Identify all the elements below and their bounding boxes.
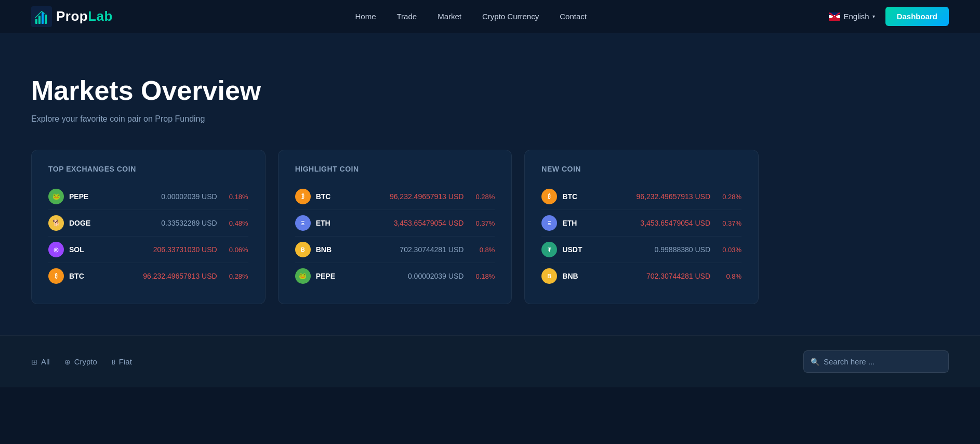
- coin-price-usdt: 0.99888380 USD: [593, 245, 710, 254]
- coin-change-eth: 0.37%: [716, 219, 741, 227]
- coin-change-pepe: 0.18%: [469, 272, 495, 280]
- coin-row-usdt[interactable]: ₮USDT0.99888380 USD0.03%: [541, 237, 741, 263]
- footer-tab-icon-fiat: ₿: [112, 358, 115, 366]
- coin-row-eth[interactable]: ΞETH3,453.65479054 USD0.37%: [541, 210, 741, 237]
- language-selector[interactable]: English ▾: [829, 12, 875, 21]
- coin-row-doge[interactable]: 🐕DOGE0.33532289 USD0.48%: [48, 210, 248, 237]
- svg-rect-3: [42, 12, 44, 24]
- coin-name-btc: BTC: [562, 192, 588, 201]
- coin-name-pepe: PEPE: [316, 272, 342, 280]
- footer-tabs: ⊞All⊕Crypto₿Fiat: [31, 357, 132, 366]
- coin-change-bnb: 0.8%: [716, 272, 741, 280]
- coin-name-pepe: PEPE: [69, 192, 95, 201]
- coin-price-pepe: 0.00002039 USD: [347, 272, 464, 280]
- navbar-right: English ▾ Dashboard: [829, 7, 949, 26]
- coin-row-bnb[interactable]: BBNB702.30744281 USD0.8%: [295, 237, 495, 263]
- card-top-exchanges: Top Exchanges Coin🐸PEPE0.00002039 USD0.1…: [31, 150, 266, 304]
- coin-change-eth: 0.37%: [469, 219, 495, 227]
- nav-trade[interactable]: Trade: [397, 12, 417, 21]
- footer-tab-crypto[interactable]: ⊕Crypto: [64, 357, 97, 366]
- coin-icon-pepe: 🐸: [48, 189, 64, 204]
- hero-section: Markets Overview Explore your favorite c…: [0, 33, 980, 335]
- coin-change-btc: 0.28%: [222, 272, 248, 280]
- coin-icon-sol: ◎: [48, 242, 64, 257]
- coin-change-bnb: 0.8%: [469, 246, 495, 254]
- coin-name-usdt: USDT: [562, 245, 588, 254]
- brand-logo[interactable]: PropLab: [31, 6, 113, 27]
- coin-row-sol[interactable]: ◎SOL206.33731030 USD0.06%: [48, 237, 248, 263]
- nav-links: Home Trade Market Crypto Currency Contac…: [355, 12, 587, 21]
- search-wrapper: 🔍: [803, 350, 949, 373]
- coin-row-eth[interactable]: ΞETH3,453.65479054 USD0.37%: [295, 210, 495, 237]
- nav-crypto-currency[interactable]: Crypto Currency: [482, 12, 539, 21]
- coin-price-bnb: 702.30744281 USD: [593, 272, 710, 280]
- coin-price-bnb: 702.30744281 USD: [347, 245, 464, 254]
- coin-price-btc: 96,232.49657913 USD: [347, 192, 464, 201]
- coin-icon-btc: ₿: [295, 189, 311, 204]
- coin-icon-bnb: B: [295, 242, 311, 257]
- coin-change-usdt: 0.03%: [716, 246, 741, 254]
- footer-tab-label-fiat: Fiat: [119, 357, 132, 366]
- coin-name-sol: SOL: [69, 245, 95, 254]
- coin-change-doge: 0.48%: [222, 219, 248, 227]
- coin-icon-usdt: ₮: [541, 242, 557, 257]
- coin-row-bnb[interactable]: BBNB702.30744281 USD0.8%: [541, 263, 741, 289]
- coin-row-pepe[interactable]: 🐸PEPE0.00002039 USD0.18%: [48, 184, 248, 210]
- coin-icon-bnb: B: [541, 268, 557, 284]
- footer-tab-fiat[interactable]: ₿Fiat: [112, 357, 132, 366]
- search-icon: 🔍: [811, 358, 819, 366]
- card-title-top-exchanges: Top Exchanges Coin: [48, 165, 248, 173]
- nav-contact[interactable]: Contact: [560, 12, 587, 21]
- cards-grid: Top Exchanges Coin🐸PEPE0.00002039 USD0.1…: [31, 150, 759, 304]
- coin-change-btc: 0.28%: [469, 193, 495, 201]
- nav-home[interactable]: Home: [355, 12, 376, 21]
- coin-price-doge: 0.33532289 USD: [100, 219, 217, 227]
- coin-row-btc[interactable]: ₿BTC96,232.49657913 USD0.28%: [48, 263, 248, 289]
- coin-price-pepe: 0.00002039 USD: [100, 192, 217, 201]
- language-label: English: [843, 12, 869, 21]
- coin-price-btc: 96,232.49657913 USD: [593, 192, 710, 201]
- coin-name-bnb: BNB: [316, 245, 342, 254]
- footer-strip: ⊞All⊕Crypto₿Fiat 🔍: [0, 335, 980, 387]
- footer-tab-icon-all: ⊞: [31, 358, 37, 366]
- svg-rect-2: [38, 16, 41, 24]
- coin-icon-pepe: 🐸: [295, 268, 311, 284]
- coin-price-eth: 3,453.65479054 USD: [347, 219, 464, 227]
- card-highlight: Highlight Coin₿BTC96,232.49657913 USD0.2…: [278, 150, 512, 304]
- search-input[interactable]: [803, 350, 949, 373]
- coin-change-btc: 0.28%: [716, 193, 741, 201]
- coin-price-eth: 3,453.65479054 USD: [593, 219, 710, 227]
- coin-change-sol: 0.06%: [222, 246, 248, 254]
- brand-name: PropLab: [56, 8, 113, 24]
- coin-price-btc: 96,232.49657913 USD: [100, 272, 217, 280]
- coin-row-btc[interactable]: ₿BTC96,232.49657913 USD0.28%: [295, 184, 495, 210]
- hero-subtitle: Explore your favorite coin pair on Prop …: [31, 114, 205, 124]
- coin-row-pepe[interactable]: 🐸PEPE0.00002039 USD0.18%: [295, 263, 495, 289]
- coin-row-btc[interactable]: ₿BTC96,232.49657913 USD0.28%: [541, 184, 741, 210]
- coin-change-pepe: 0.18%: [222, 193, 248, 201]
- coin-name-bnb: BNB: [562, 272, 588, 280]
- dashboard-button[interactable]: Dashboard: [885, 7, 949, 26]
- coin-name-eth: ETH: [316, 219, 342, 227]
- page-title: Markets Overview: [31, 75, 261, 106]
- coin-icon-doge: 🐕: [48, 215, 64, 231]
- coin-icon-eth: Ξ: [295, 215, 311, 231]
- card-title-highlight: Highlight Coin: [295, 165, 495, 173]
- footer-tab-all[interactable]: ⊞All: [31, 357, 50, 366]
- coin-name-btc: BTC: [316, 192, 342, 201]
- footer-tab-label-crypto: Crypto: [74, 357, 97, 366]
- coin-icon-btc: ₿: [541, 189, 557, 204]
- svg-rect-4: [45, 15, 47, 24]
- nav-market[interactable]: Market: [438, 12, 461, 21]
- card-new-coin: New Coin₿BTC96,232.49657913 USD0.28%ΞETH…: [524, 150, 759, 304]
- svg-rect-1: [35, 19, 37, 24]
- coin-icon-btc: ₿: [48, 268, 64, 284]
- coin-name-eth: ETH: [562, 219, 588, 227]
- footer-tab-label-all: All: [41, 357, 50, 366]
- coin-name-doge: DOGE: [69, 219, 95, 227]
- footer-tab-icon-crypto: ⊕: [64, 358, 71, 366]
- card-title-new-coin: New Coin: [541, 165, 741, 173]
- navbar: PropLab Home Trade Market Crypto Currenc…: [0, 0, 980, 33]
- coin-price-sol: 206.33731030 USD: [100, 245, 217, 254]
- coin-name-btc: BTC: [69, 272, 95, 280]
